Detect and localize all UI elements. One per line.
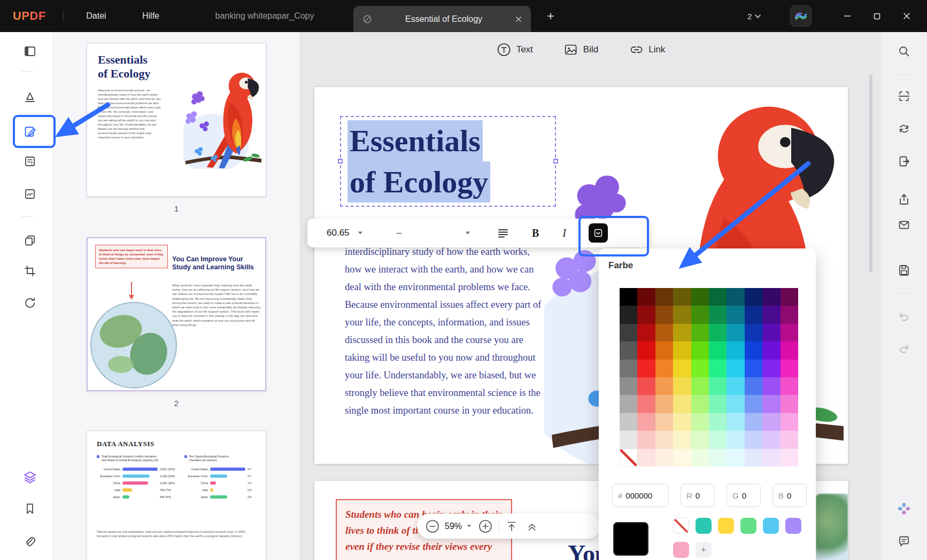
- search-button[interactable]: [893, 41, 915, 62]
- body-paragraph[interactable]: interdisciplinary study of how the earth…: [345, 243, 559, 419]
- palette-cell[interactable]: [620, 306, 637, 323]
- red-input[interactable]: R 0: [681, 484, 715, 507]
- palette-cell[interactable]: [620, 431, 637, 448]
- email-button[interactable]: [893, 214, 915, 236]
- palette-cell[interactable]: [691, 395, 709, 413]
- font-size-value[interactable]: 60.65: [327, 228, 350, 238]
- no-color-swatch[interactable]: [673, 518, 689, 534]
- palette-cell[interactable]: [691, 413, 709, 431]
- palette-cell[interactable]: [727, 360, 744, 377]
- palette-cell[interactable]: [655, 449, 673, 466]
- palette-cell[interactable]: [673, 306, 691, 323]
- palette-cell[interactable]: [709, 413, 727, 431]
- palette-cell[interactable]: [745, 413, 762, 431]
- palette-cell[interactable]: [620, 449, 637, 466]
- palette-cell[interactable]: [727, 324, 744, 341]
- convert-tool-button[interactable]: [19, 292, 41, 314]
- font-size-dropdown-icon[interactable]: [357, 231, 364, 235]
- palette-cell[interactable]: [620, 395, 637, 413]
- green-input[interactable]: G 0: [727, 484, 761, 507]
- palette-cell[interactable]: [745, 288, 762, 306]
- share-button[interactable]: [893, 189, 915, 210]
- add-text-button[interactable]: Text: [497, 43, 533, 57]
- palette-cell[interactable]: [620, 413, 637, 431]
- edit-pdf-button[interactable]: [19, 121, 41, 142]
- palette-cell[interactable]: [673, 431, 691, 448]
- preset-color-swatch[interactable]: [696, 518, 712, 534]
- font-color-button[interactable]: [589, 223, 608, 243]
- palette-cell[interactable]: [655, 306, 673, 323]
- palette-cell[interactable]: [762, 413, 780, 431]
- collapse-up-icon[interactable]: [526, 520, 538, 532]
- page-thumbnail-3[interactable]: DATA ANALYSIS Total Ecological Footprint…: [87, 431, 266, 560]
- palette-cell[interactable]: [637, 377, 655, 395]
- attachments-button[interactable]: [19, 531, 41, 553]
- palette-cell[interactable]: [691, 341, 709, 359]
- palette-cell[interactable]: [781, 431, 798, 448]
- view-mode-button[interactable]: [19, 41, 41, 62]
- palette-cell[interactable]: [673, 377, 691, 395]
- palette-cell[interactable]: [727, 431, 744, 448]
- vertical-scrollbar[interactable]: [869, 75, 872, 273]
- export-page-button[interactable]: [893, 151, 915, 172]
- palette-cell[interactable]: [762, 306, 780, 323]
- palette-cell[interactable]: [781, 306, 798, 323]
- palette-cell[interactable]: [655, 360, 673, 377]
- palette-cell[interactable]: [762, 341, 780, 359]
- palette-cell[interactable]: [745, 377, 762, 395]
- add-color-button[interactable]: +: [696, 542, 712, 558]
- font-family-dropdown-icon[interactable]: [465, 231, 471, 235]
- palette-cell[interactable]: [691, 431, 709, 448]
- organize-pages-button[interactable]: [19, 230, 41, 251]
- add-link-button[interactable]: Link: [629, 43, 665, 57]
- palette-cell[interactable]: [673, 413, 691, 431]
- palette-cell[interactable]: [620, 341, 637, 359]
- palette-cell[interactable]: [709, 395, 727, 413]
- palette-cell[interactable]: [637, 413, 655, 431]
- palette-cell[interactable]: [637, 288, 655, 306]
- palette-cell[interactable]: [762, 449, 780, 466]
- palette-cell[interactable]: [709, 360, 727, 377]
- maximize-button[interactable]: [865, 7, 889, 25]
- palette-cell[interactable]: [709, 288, 727, 306]
- resize-handle-right[interactable]: [553, 159, 558, 164]
- undo-button[interactable]: [893, 306, 915, 328]
- palette-cell[interactable]: [637, 360, 655, 377]
- palette-cell[interactable]: [655, 324, 673, 341]
- thumbnail-panel-toggle[interactable]: [19, 466, 41, 488]
- preset-color-swatch[interactable]: [740, 518, 756, 534]
- palette-cell[interactable]: [709, 306, 727, 323]
- palette-cell[interactable]: [673, 341, 691, 359]
- palette-cell[interactable]: [781, 449, 798, 466]
- zoom-out-icon[interactable]: [426, 519, 439, 533]
- sign-tool-button[interactable]: [19, 183, 41, 205]
- palette-cell[interactable]: [781, 377, 798, 395]
- palette-cell[interactable]: [673, 395, 691, 413]
- palette-cell[interactable]: [781, 360, 798, 377]
- palette-cell[interactable]: [709, 431, 727, 448]
- bookmarks-button[interactable]: [19, 498, 41, 519]
- new-tab-button[interactable]: +: [542, 7, 559, 25]
- add-image-button[interactable]: Bild: [564, 43, 598, 57]
- page-thumbnail-1[interactable]: Essentials of Ecology Welcome to environ…: [87, 43, 266, 197]
- palette-cell[interactable]: [709, 324, 727, 341]
- palette-cell[interactable]: [781, 395, 798, 413]
- hex-input[interactable]: # 000000: [612, 484, 669, 507]
- palette-cell[interactable]: [781, 288, 798, 306]
- palette-cell[interactable]: [655, 288, 673, 306]
- palette-cell[interactable]: [727, 413, 744, 431]
- palette-cell[interactable]: [673, 360, 691, 377]
- palette-cell[interactable]: [691, 288, 709, 306]
- palette-cell[interactable]: [620, 377, 637, 395]
- font-family-value[interactable]: –: [397, 228, 401, 238]
- preset-color-swatch[interactable]: [673, 542, 689, 558]
- palette-cell[interactable]: [745, 324, 762, 341]
- tab-count-dropdown[interactable]: 2: [747, 9, 761, 24]
- palette-cell[interactable]: [655, 431, 673, 448]
- zoom-level[interactable]: 59%: [445, 522, 462, 531]
- palette-cell[interactable]: [745, 449, 762, 466]
- palette-cell[interactable]: [745, 341, 762, 359]
- palette-cell[interactable]: [745, 360, 762, 377]
- tab-essential-of-ecology[interactable]: Essential of Ecology: [353, 6, 531, 32]
- palette-cell[interactable]: [727, 395, 744, 413]
